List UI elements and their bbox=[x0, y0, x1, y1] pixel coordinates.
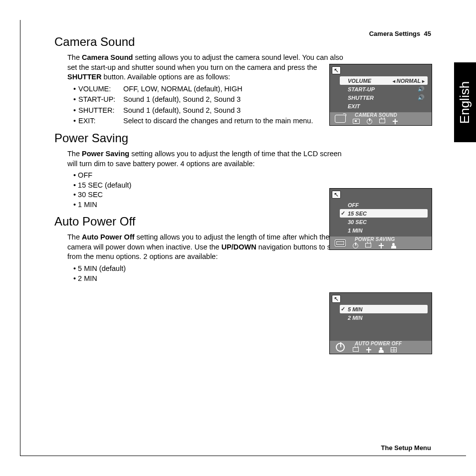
menu-item-volume[interactable]: VOLUME ◂ NORMAL ▸ bbox=[340, 76, 428, 85]
grid-icon bbox=[391, 347, 397, 352]
menu-item-startup[interactable]: START-UP 🔊 bbox=[340, 85, 428, 93]
bottom-bar: AUTO POWER OFF bbox=[330, 341, 432, 354]
header-page: 45 bbox=[424, 30, 431, 37]
menu-title: POWER SAVING bbox=[355, 237, 395, 242]
rect-icon bbox=[353, 119, 360, 124]
screenshot-camera-sound: ↖ VOLUME ◂ NORMAL ▸ START-UP 🔊 SHUTTER 🔊… bbox=[329, 64, 432, 126]
header-section: Camera Settings bbox=[369, 30, 421, 37]
check-icon: ✓ bbox=[341, 210, 345, 217]
usb-icon bbox=[378, 243, 384, 248]
menu-item-off[interactable]: OFF bbox=[340, 201, 428, 209]
body-camera-sound: The Camera Sound setting allows you to a… bbox=[67, 53, 347, 126]
body-auto-power-off: The Auto Power Off setting allows you to… bbox=[67, 233, 347, 283]
intro-power-saving: The Power Saving setting allows you to a… bbox=[67, 149, 347, 169]
sound-icon: 🔊 bbox=[418, 86, 425, 92]
options-camera-sound: •VOLUME:OFF, LOW, NORMAL (default), HIGH… bbox=[73, 84, 347, 126]
body-power-saving: The Power Saving setting allows you to a… bbox=[67, 149, 347, 210]
power-icon bbox=[333, 342, 348, 353]
wrench-icon: ↖ bbox=[332, 295, 341, 303]
check-icon: ✓ bbox=[341, 306, 345, 312]
person-icon bbox=[391, 243, 396, 248]
screenshot-power-saving: ↖ OFF ✓15 SEC 30 SEC 1 MIN POWER SAVING bbox=[329, 188, 432, 250]
wrench-icon: ↖ bbox=[332, 66, 341, 74]
lcd-icon bbox=[333, 238, 348, 248]
camera-icon bbox=[333, 113, 348, 124]
bottom-bar: POWER SAVING bbox=[330, 237, 432, 249]
menu-item-1min[interactable]: 1 MIN bbox=[340, 226, 428, 235]
menu-item-5min[interactable]: ✓5 MIN bbox=[340, 305, 428, 313]
menu-list: VOLUME ◂ NORMAL ▸ START-UP 🔊 SHUTTER 🔊 E… bbox=[340, 76, 428, 110]
menu-item-shutter[interactable]: SHUTTER 🔊 bbox=[340, 93, 428, 102]
menu-item-30sec[interactable]: 30 SEC bbox=[340, 218, 428, 226]
menu-list: ✓5 MIN 2 MIN bbox=[340, 305, 428, 322]
usb-icon bbox=[366, 347, 372, 353]
wrench-icon: ↖ bbox=[332, 191, 341, 199]
heading-power-saving: Power Saving bbox=[54, 131, 461, 145]
menu-item-exit[interactable]: EXIT bbox=[340, 102, 428, 110]
screenshot-auto-power-off: ↖ ✓5 MIN 2 MIN AUTO POWER OFF bbox=[329, 292, 432, 354]
power-icon bbox=[367, 119, 372, 124]
page-footer: The Setup Menu bbox=[381, 444, 431, 452]
person-icon bbox=[379, 347, 384, 353]
language-label: English bbox=[458, 81, 473, 123]
tv-icon bbox=[379, 119, 385, 123]
tv-icon bbox=[365, 243, 371, 247]
icon-tray bbox=[353, 347, 397, 353]
sound-icon: 🔊 bbox=[418, 94, 425, 101]
menu-item-2min[interactable]: 2 MIN bbox=[340, 313, 428, 322]
intro-camera-sound: The Camera Sound setting allows you to a… bbox=[67, 53, 347, 82]
bottom-bar: CAMERA SOUND bbox=[330, 112, 432, 125]
page-header: Camera Settings 45 bbox=[369, 30, 431, 37]
usb-icon bbox=[392, 119, 398, 124]
menu-list: OFF ✓15 SEC 30 SEC 1 MIN bbox=[340, 201, 428, 235]
icon-tray bbox=[353, 243, 396, 248]
power-icon bbox=[353, 243, 358, 248]
icon-tray bbox=[353, 119, 398, 124]
menu-item-15sec[interactable]: ✓15 SEC bbox=[340, 209, 428, 218]
menu-title: AUTO POWER OFF bbox=[355, 341, 402, 346]
language-tab: English bbox=[454, 62, 476, 142]
menu-title: CAMERA SOUND bbox=[355, 112, 397, 118]
intro-auto-power-off: The Auto Power Off setting allows you to… bbox=[67, 233, 347, 262]
options-auto-power-off: 5 MIN (default) 2 MIN bbox=[73, 264, 347, 283]
tv-icon bbox=[353, 347, 359, 352]
options-power-saving: OFF 15 SEC (default) 30 SEC 1 MIN bbox=[73, 171, 347, 210]
manual-page: Camera Settings 45 English Camera Sound … bbox=[20, 20, 466, 456]
